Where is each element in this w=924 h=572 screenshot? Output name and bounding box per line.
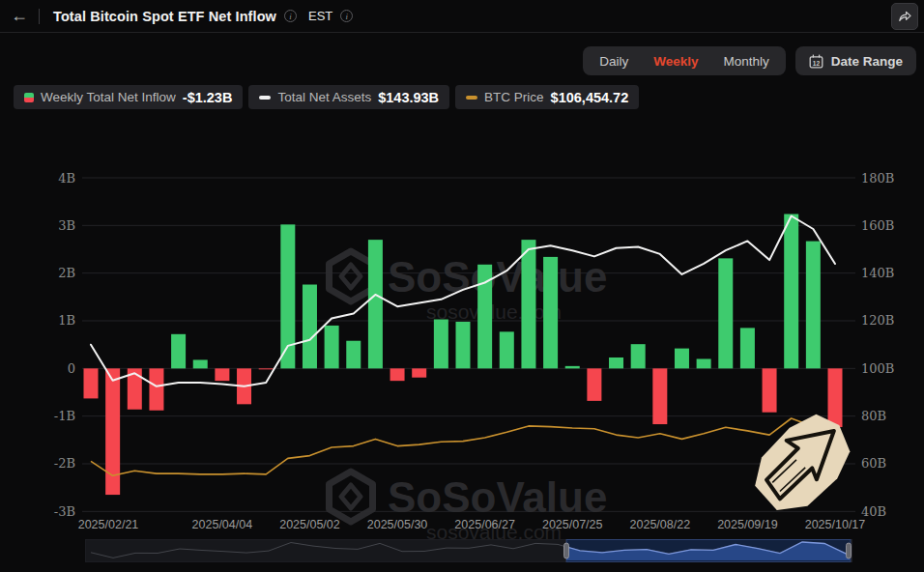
inflow-bar[interactable] (763, 368, 777, 412)
inflow-bar[interactable] (718, 258, 733, 368)
brush-handle-right[interactable] (847, 543, 852, 558)
left-axis-tick: 1B (58, 313, 75, 328)
share-icon (897, 9, 912, 24)
date-range-label: Date Range (831, 54, 903, 69)
x-axis-tick: 2025/02/21 (78, 518, 139, 531)
legend-value: $106,454.72 (551, 90, 629, 105)
inflow-bar[interactable] (587, 368, 601, 401)
x-axis-tick: 2025/07/25 (542, 518, 603, 531)
svg-text:SoSoValue: SoSoValue (388, 473, 607, 521)
right-axis-tick: 80B (861, 409, 886, 423)
share-button[interactable] (891, 3, 918, 30)
inflow-bar[interactable] (390, 368, 405, 381)
legend: Weekly Total Net Inflow -$1.23B Total Ne… (14, 85, 639, 109)
svg-text:12: 12 (813, 59, 821, 66)
right-axis-tick: 100B (861, 361, 894, 376)
inflow-bar[interactable] (368, 240, 383, 368)
x-axis-tick: 2025/05/02 (279, 518, 340, 531)
right-axis-tick: 140B (861, 266, 894, 280)
btc-price-line[interactable] (91, 418, 835, 475)
right-axis-tick: 60B (861, 456, 886, 471)
inflow-bar[interactable] (149, 368, 163, 410)
left-axis-tick: 2B (58, 266, 75, 280)
inflow-bar[interactable] (455, 322, 470, 368)
back-button[interactable]: ← (0, 6, 39, 26)
calendar-icon: 12 (809, 54, 823, 69)
inflow-bar[interactable] (565, 366, 580, 368)
hand-drawn-arrow-annotation (740, 402, 866, 523)
time-range-brush[interactable] (85, 539, 852, 562)
inflow-bar[interactable] (303, 285, 317, 369)
assets-line-icon (259, 96, 271, 100)
x-axis-tick: 2025/04/04 (192, 518, 253, 531)
inflow-bar[interactable] (171, 334, 186, 369)
inflow-bar[interactable] (346, 341, 361, 369)
inflow-bar[interactable] (652, 368, 667, 424)
inflow-bar[interactable] (259, 368, 274, 369)
inflow-bar[interactable] (806, 242, 821, 369)
inflow-bar[interactable] (675, 349, 689, 369)
etf-net-inflow-chart[interactable]: SoSoValuesosovalue.comSoSoValuesosovalue… (0, 145, 924, 543)
inflow-bar[interactable] (215, 368, 229, 381)
sosovalue-watermark: SoSoValuesosovalue.com (330, 472, 608, 543)
inflow-bar[interactable] (325, 326, 339, 368)
legend-label: Total Net Assets (277, 90, 371, 104)
page-title: Total Bitcoin Spot ETF Net Inflow (53, 9, 276, 24)
x-axis-tick: 2025/06/27 (454, 518, 515, 531)
left-axis-tick: 0 (68, 361, 75, 376)
legend-value: $143.93B (378, 90, 439, 105)
tab-daily[interactable]: Daily (587, 49, 641, 73)
inflow-bar[interactable] (740, 328, 755, 368)
tab-weekly[interactable]: Weekly (641, 49, 710, 73)
legend-label: Weekly Total Net Inflow (41, 90, 176, 104)
legend-item-btc-price[interactable]: BTC Price $106,454.72 (455, 85, 639, 109)
inflow-bar[interactable] (84, 368, 99, 398)
timezone-label: EST (308, 9, 332, 23)
brush-mini-chart (85, 539, 852, 562)
header: ← Total Bitcoin Spot ETF Net Inflow i ES… (0, 0, 924, 33)
toolbar: Daily Weekly Monthly 12 Date Range (583, 46, 916, 75)
left-axis-tick: 4B (58, 171, 75, 186)
date-range-button[interactable]: 12 Date Range (795, 46, 916, 75)
inflow-bar[interactable] (521, 240, 535, 368)
right-axis-tick: 180B (861, 171, 894, 186)
inflow-bar[interactable] (434, 320, 448, 369)
tab-monthly[interactable]: Monthly (710, 49, 781, 73)
legend-item-net-assets[interactable]: Total Net Assets $143.93B (248, 85, 449, 109)
header-divider (39, 9, 40, 24)
inflow-bar[interactable] (193, 359, 208, 368)
right-axis-tick: 160B (861, 218, 894, 233)
inflow-bar[interactable] (784, 214, 798, 368)
btc-line-icon (466, 96, 477, 100)
period-tabs: Daily Weekly Monthly (583, 46, 786, 75)
left-axis-tick: -1B (54, 409, 75, 423)
left-axis-tick: -2B (54, 456, 75, 471)
x-axis-tick: 2025/08/22 (630, 518, 691, 531)
legend-value: -$1.23B (183, 90, 233, 105)
x-axis-tick: 2025/05/30 (367, 518, 428, 531)
inflow-bar[interactable] (697, 358, 711, 368)
inflow-bar[interactable] (412, 368, 426, 377)
legend-item-net-inflow[interactable]: Weekly Total Net Inflow -$1.23B (14, 85, 243, 109)
x-axis-tick: 2025/10/17 (805, 518, 866, 531)
timezone-info-icon[interactable]: i (340, 10, 353, 22)
x-axis-tick: 2025/09/19 (717, 518, 778, 531)
left-axis-tick: 3B (58, 218, 75, 233)
inflow-bar[interactable] (500, 331, 514, 368)
left-axis-tick: -3B (54, 504, 75, 519)
title-info-icon[interactable]: i (284, 10, 297, 22)
inflow-bar[interactable] (827, 368, 842, 427)
right-axis-tick: 120B (861, 313, 894, 328)
right-axis-tick: 40B (861, 504, 886, 519)
brush-handle-left[interactable] (564, 543, 569, 558)
etf-dashboard: ← Total Bitcoin Spot ETF Net Inflow i ES… (0, 0, 924, 572)
inflow-bar[interactable] (631, 344, 646, 368)
legend-label: BTC Price (484, 90, 544, 104)
inflow-bar[interactable] (609, 358, 623, 368)
inflow-bar[interactable] (543, 257, 558, 368)
inflow-legend-icon (24, 93, 34, 102)
